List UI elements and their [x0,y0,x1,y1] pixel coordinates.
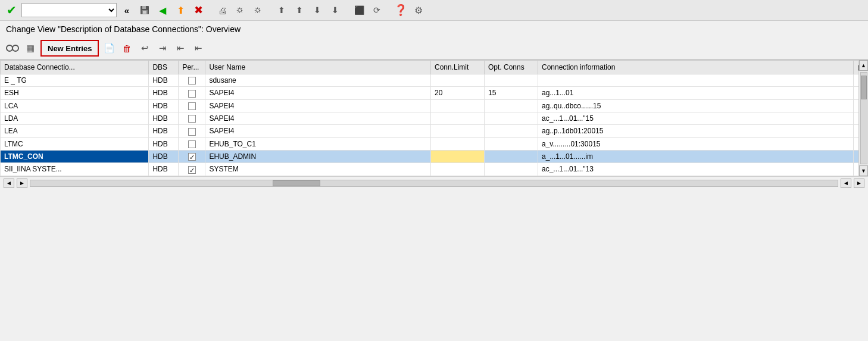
cell-dbs: HDB [149,99,179,112]
scroll-left-button[interactable]: ◄ [4,179,14,188]
cell-opt-conns [484,150,538,162]
cell-opt-conns [484,125,538,137]
cell-conn-limit [430,99,484,112]
cell-user-name: SYSTEM [205,163,431,176]
table-row[interactable]: LDAHDBSAPEI4ac_...1...01..."15 [1,112,868,124]
cell-conn-info [538,74,853,87]
cell-per [179,112,205,124]
cancel-icon[interactable]: ✖ [191,2,206,18]
upload1-icon[interactable]: ⬆ [274,2,289,18]
col-db-conn: Database Connectio... [1,61,149,74]
cell-conn-info: ag..p..1db01:20015 [538,125,853,137]
cell-conn-limit [430,137,484,150]
svg-rect-1 [142,6,146,9]
per-checkbox[interactable] [188,77,196,85]
find-icon[interactable]: ⛭ [232,2,248,18]
cell-user-name: SAPEI4 [205,87,431,99]
cell-dbs: HDB [149,150,179,162]
cell-conn-limit: 20 [430,87,484,99]
table-row[interactable]: E _ TGHDBsdusane [1,74,868,87]
per-checkbox[interactable] [188,102,196,110]
download2-icon[interactable]: ⬇ [327,2,343,18]
per-checkbox[interactable] [188,153,196,161]
help-icon[interactable]: ❓ [393,2,408,18]
per-checkbox[interactable] [188,128,196,136]
per-checkbox[interactable] [188,90,196,98]
upload2-icon[interactable]: ⬆ [292,2,307,18]
undo-icon[interactable]: ↩ [137,40,152,56]
cell-per [179,125,205,137]
cell-user-name: EHUB_ADMIN [205,150,431,162]
col-dbs: DBS [149,61,179,74]
delete-icon[interactable]: 🗑 [119,40,135,56]
table-container: Database Connectio... DBS Per... User Na… [0,60,868,176]
cell-db-conn: SII_IINA SYSTE... [1,163,149,176]
right-scroll-track [860,72,867,164]
table-row[interactable]: SII_IINA SYSTE...HDBSYSTEMac_...1...01..… [1,163,868,176]
table-row[interactable]: LTMC_CONHDBEHUB_ADMINa_...1...01......im [1,150,868,162]
right-scroll-thumb[interactable] [861,76,867,99]
table-row[interactable]: ESHHDBSAPEI42015ag...1...01 [1,87,868,99]
new-entries-button[interactable]: New Entries [40,40,99,57]
cell-conn-info: ac_...1...01..."15 [538,112,853,124]
glasses-icon[interactable] [5,40,20,56]
far-scroll-right-button[interactable]: ► [854,179,864,188]
cell-per [179,150,205,162]
cell-opt-conns [484,163,538,176]
table2-icon[interactable]: ▦ [23,40,38,56]
save-icon[interactable] [137,2,152,18]
refresh-icon[interactable]: ⟳ [369,2,385,18]
double-left-icon[interactable]: « [119,2,135,18]
table-row[interactable]: LTMCHDBEHUB_TO_C1a_v.........01:30015 [1,137,868,150]
cell-conn-limit [430,74,484,87]
per-checkbox[interactable] [188,166,196,174]
cell-user-name: sdusane [205,74,431,87]
action-toolbar: ▦ New Entries 📄 🗑 ↩ ⇥ ⇤ ⇤ [0,37,868,60]
cell-per [179,74,205,87]
cell-dbs: HDB [149,87,179,99]
settings-icon[interactable]: ⚙ [411,2,426,18]
cell-per [179,99,205,112]
right-scrollbar: ▲ ▼ [858,60,868,176]
svg-point-5 [13,45,18,51]
up-icon[interactable]: ⬆ [173,2,188,18]
table-row[interactable]: LEAHDBSAPEI4ag..p..1db01:20015 [1,125,868,137]
download1-icon[interactable]: ⬇ [310,2,325,18]
find-next-icon[interactable]: ⛭ [250,2,266,18]
cell-dbs: HDB [149,74,179,87]
data-table: Database Connectio... DBS Per... User Na… [0,60,868,176]
move2-icon[interactable]: ⇤ [173,40,188,56]
cell-user-name: EHUB_TO_C1 [205,137,431,150]
scroll-down-button[interactable]: ▼ [859,165,868,176]
scroll-right-button[interactable]: ► [17,179,27,188]
back-icon[interactable]: ◀ [155,2,170,18]
cell-dbs: HDB [149,163,179,176]
cell-opt-conns [484,74,538,87]
move1-icon[interactable]: ⇥ [155,40,170,56]
cell-conn-info: a_...1...01......im [538,150,853,162]
cell-per [179,87,205,99]
check-icon[interactable]: ✔ [4,2,19,18]
cell-conn-limit [430,125,484,137]
cell-conn-info: ag...1...01 [538,87,853,99]
move3-icon[interactable]: ⇤ [191,40,206,56]
scroll-up-button[interactable]: ▲ [859,60,868,71]
table-row[interactable]: LCAHDBSAPEI4ag..qu..dbco......15 [1,99,868,112]
toolbar-dropdown[interactable] [21,3,117,17]
bookmark-icon[interactable]: ⬛ [351,2,367,18]
cell-db-conn: LCA [1,99,149,112]
copy-icon[interactable]: 📄 [101,40,117,56]
per-checkbox[interactable] [188,140,196,148]
cell-db-conn: E _ TG [1,74,149,87]
cell-opt-conns: 15 [484,87,538,99]
bottom-scroll-thumb[interactable] [273,180,320,186]
top-toolbar: ✔ « ◀ ⬆ ✖ 🖨 ⛭ ⛭ ⬆ ⬆ ⬇ ⬇ ⬛ ⟳ ❓ ⚙ [0,0,868,21]
print-icon[interactable]: 🖨 [214,2,230,18]
per-checkbox[interactable] [188,115,196,123]
cell-dbs: HDB [149,125,179,137]
col-user-name: User Name [205,61,431,74]
cell-db-conn: LEA [1,125,149,137]
cell-conn-info: ag..qu..dbco......15 [538,99,853,112]
cell-conn-limit [430,112,484,124]
far-scroll-left-button[interactable]: ◄ [841,179,851,188]
